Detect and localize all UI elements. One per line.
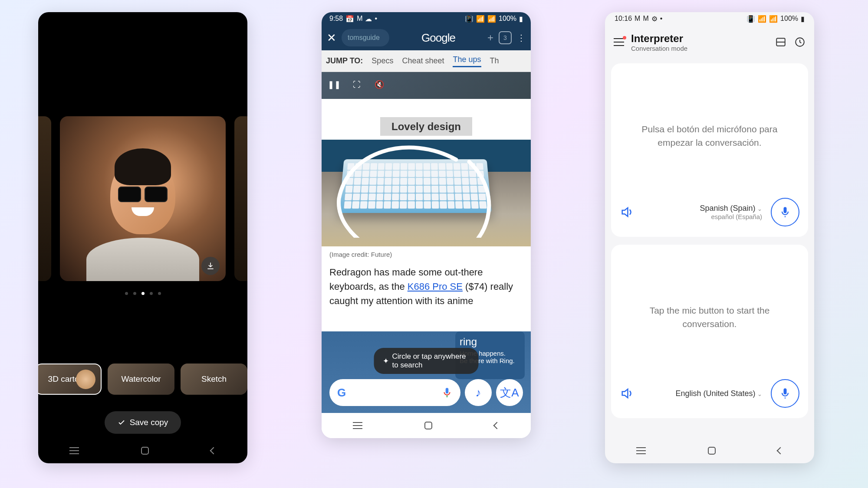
carousel-prev-peek[interactable] (38, 116, 51, 281)
mic-button-english[interactable] (771, 379, 799, 408)
tab-count-button[interactable]: 3 (499, 31, 512, 44)
wifi-icon: 📶 (758, 15, 766, 23)
battery-text: 100% (499, 15, 516, 23)
status-time: 10:16 (615, 15, 632, 23)
phone-interpreter: 10:16 M M ⚙ • 📳 📶 📶 100% ▮ Interpreter C… (605, 12, 814, 463)
google-logo: Google (395, 31, 482, 45)
nav-home-icon[interactable] (424, 422, 432, 429)
menu-icon[interactable] (614, 38, 624, 46)
pause-icon[interactable]: ❚❚ (328, 78, 341, 91)
mic-button-spanish[interactable] (771, 198, 799, 226)
mic-icon (779, 206, 791, 218)
style-3d-cartoon[interactable]: 3D cartoon (38, 364, 102, 395)
translate-button[interactable]: 文A (496, 379, 523, 406)
status-bar: 10:16 M M ⚙ • 📳 📶 📶 100% ▮ (605, 12, 814, 25)
battery-text: 100% (780, 15, 798, 23)
android-nav-bar (38, 438, 247, 463)
search-controls: G ♪ 文A (329, 379, 523, 406)
carousel-dots (38, 292, 247, 295)
jump-cheat-sheet[interactable]: Cheat sheet (402, 56, 444, 66)
video-player[interactable]: ❚❚ ⛶ 🔇 (322, 72, 531, 99)
speaker-icon[interactable] (620, 386, 635, 401)
save-label: Save copy (130, 418, 168, 427)
style-sketch[interactable]: Sketch (181, 364, 247, 395)
wifi-icon: 📶 (476, 15, 485, 23)
notification-dot (623, 36, 626, 39)
style-selector[interactable]: 3D cartoon Watercolor Sketch (38, 364, 247, 395)
circle-hint: ✦ Circle or tap anywhere to search (374, 348, 479, 374)
chevron-down-icon: ⌄ (757, 206, 762, 212)
image-carousel[interactable] (38, 116, 247, 281)
fullscreen-icon[interactable]: ⛶ (350, 78, 363, 91)
mic-icon[interactable] (441, 387, 453, 398)
carousel-next-peek[interactable] (234, 116, 247, 281)
speaker-icon[interactable] (620, 205, 635, 219)
style-label: Watercolor (121, 374, 161, 384)
jump-next[interactable]: Th (490, 56, 499, 66)
browser-toolbar: ✕ tomsguide Google + 3 ⋮ (322, 25, 531, 50)
ring-logo: ring (460, 336, 520, 348)
svg-rect-0 (447, 396, 447, 397)
check-icon (118, 419, 125, 426)
calendar-icon: 📅 (345, 15, 354, 23)
nav-recents-icon[interactable] (636, 447, 646, 454)
jump-the-ups[interactable]: The ups (453, 55, 481, 67)
dot-icon: • (375, 15, 377, 23)
interpreter-pane-english: Tap the mic button to start the conversa… (611, 245, 808, 418)
close-icon[interactable]: ✕ (327, 31, 336, 45)
app-title: Interpreter (631, 33, 768, 45)
save-copy-button[interactable]: Save copy (105, 411, 181, 434)
new-tab-icon[interactable]: + (487, 32, 493, 44)
split-view-icon[interactable] (775, 36, 786, 48)
sparkle-icon: ✦ (383, 357, 389, 366)
article-text: Redragon has made some out-there keyboar… (329, 265, 523, 308)
url-text: tomsguide (348, 34, 380, 42)
mute-icon[interactable]: 🔇 (373, 78, 386, 91)
status-bar: 9:58 📅 M ☁ • 📳 📶 📶 100% ▮ (322, 12, 531, 25)
nav-home-icon[interactable] (708, 447, 716, 455)
phone-photo-editor: 3D cartoon Watercolor Sketch Save copy (38, 12, 247, 463)
product-link[interactable]: K686 Pro SE (408, 281, 463, 292)
nav-back-icon[interactable] (493, 422, 501, 429)
search-overlay: ring Home happens. Be there with Ring. ✦… (322, 331, 531, 413)
carousel-dot[interactable] (125, 292, 128, 295)
jump-specs[interactable]: Specs (372, 56, 393, 66)
status-time: 9:58 (329, 15, 343, 23)
app-subtitle: Conversation mode (631, 45, 768, 52)
gmail-icon: M (643, 15, 648, 23)
chevron-down-icon: ⌄ (757, 391, 762, 397)
carousel-dot[interactable] (150, 292, 153, 295)
language-selector[interactable]: Spanish (Spain) ⌄ español (España) (640, 204, 766, 220)
vibrate-icon: 📳 (465, 15, 473, 23)
android-nav-bar (322, 413, 531, 438)
article-content: Lovely design (Image credit: Future) Red… (322, 121, 531, 308)
history-icon[interactable] (794, 36, 806, 48)
carousel-dot-active[interactable] (141, 292, 145, 295)
nav-recents-icon[interactable] (69, 447, 79, 454)
nav-recents-icon[interactable] (353, 422, 362, 429)
nav-back-icon[interactable] (777, 447, 784, 455)
cloud-icon: ☁ (365, 15, 372, 23)
vibrate-icon: 📳 (746, 15, 755, 23)
url-bar[interactable]: tomsguide (342, 29, 389, 46)
nav-back-icon[interactable] (210, 447, 217, 455)
music-note-icon: ♪ (476, 386, 481, 400)
signal-icon: 📶 (769, 15, 778, 23)
language-selector[interactable]: English (United States) ⌄ (640, 389, 766, 398)
keyboard-image[interactable] (322, 140, 531, 246)
prompt-text: Tap the mic button to start the conversa… (620, 255, 799, 379)
menu-icon[interactable]: ⋮ (517, 33, 526, 43)
app-header: Interpreter Conversation mode (605, 25, 814, 59)
carousel-dot[interactable] (133, 292, 136, 295)
search-input[interactable]: G (329, 379, 460, 406)
nav-home-icon[interactable] (141, 447, 149, 455)
download-button[interactable] (201, 257, 220, 275)
generated-image[interactable] (60, 116, 226, 281)
style-label: Sketch (201, 374, 227, 384)
music-search-button[interactable]: ♪ (465, 379, 492, 406)
prompt-text: Pulsa el botón del micrófono para empeza… (620, 74, 799, 198)
android-nav-bar (605, 438, 814, 463)
jump-to-nav[interactable]: JUMP TO: Specs Cheat sheet The ups Th (322, 50, 531, 72)
carousel-dot[interactable] (158, 292, 161, 295)
style-watercolor[interactable]: Watercolor (108, 364, 174, 395)
